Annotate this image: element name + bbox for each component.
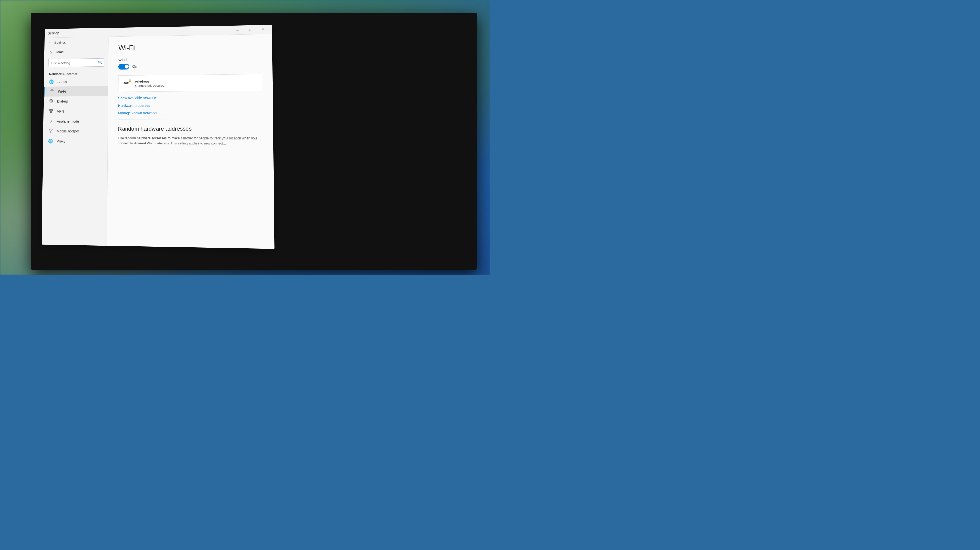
sidebar-item-status[interactable]: 🌐 Status [44, 76, 108, 87]
network-icon-area: 🔒 [123, 79, 132, 88]
search-icon: 🔍 [98, 60, 102, 64]
main-content: Wi-Fi Wi-Fi On 🔒 [107, 34, 275, 249]
manage-known-networks-link[interactable]: Manage known networks [118, 111, 262, 115]
title-bar-left: Settings [48, 31, 59, 35]
show-available-networks-link[interactable]: Show available networks [118, 95, 262, 100]
search-input[interactable] [48, 58, 104, 68]
sidebar-item-proxy[interactable]: 🌐 Proxy [43, 136, 108, 146]
proxy-label: Proxy [57, 139, 65, 143]
sidebar-section-header: Network & Internet [44, 68, 108, 77]
window-body: ← Settings ⌂ Home 🔍 Network & Internet 🌐… [42, 34, 274, 249]
network-status: Connected, secured [135, 84, 164, 88]
wifi-signal-icon [123, 80, 130, 88]
maximize-button[interactable]: □ [244, 25, 256, 34]
network-info: wireless Connected, secured [135, 79, 164, 88]
sidebar-item-home[interactable]: ⌂ Home [45, 47, 108, 57]
close-button[interactable]: ✕ [257, 25, 269, 34]
random-hw-section-title: Random hardware addresses [118, 125, 262, 132]
wifi-toggle-label: Wi-Fi [118, 56, 262, 62]
vpn-icon [49, 109, 53, 114]
hardware-properties-link[interactable]: Hardware properties [118, 103, 262, 108]
sidebar-item-hotspot[interactable]: Mobile hotspot [43, 126, 108, 136]
wifi-nav-label: Wi-Fi [58, 89, 66, 94]
svg-point-1 [49, 109, 51, 111]
toggle-on-text: On [132, 64, 137, 68]
home-icon: ⌂ [49, 50, 52, 54]
wifi-nav-icon [49, 89, 54, 94]
connected-network-card: 🔒 wireless Connected, secured [118, 74, 262, 92]
minimize-button[interactable]: — [232, 26, 244, 34]
random-hw-section-desc: Use random hardware addresses to make it… [118, 136, 262, 146]
home-label: Home [55, 50, 64, 54]
dialup-icon [49, 99, 53, 104]
sidebar-item-airplane[interactable]: ✈ Airplane mode [43, 116, 108, 126]
vpn-label: VPN [57, 109, 64, 114]
sidebar-item-dialup[interactable]: Dial-up [44, 96, 108, 106]
wifi-toggle-switch[interactable] [118, 64, 129, 70]
title-bar-controls: — □ ✕ [232, 25, 269, 34]
toggle-knob [124, 65, 129, 69]
settings-window: Settings — □ ✕ ← Settings ⌂ Home 🔍 [42, 25, 274, 249]
toggle-row: On [118, 62, 262, 69]
proxy-icon: 🌐 [48, 139, 53, 144]
status-label: Status [57, 79, 67, 84]
window-title: Settings [48, 31, 59, 35]
network-name: wireless [135, 79, 164, 84]
sidebar-settings-label: Settings [54, 41, 66, 44]
sidebar: ← Settings ⌂ Home 🔍 Network & Internet 🌐… [42, 37, 109, 246]
svg-point-2 [51, 109, 52, 111]
search-box: 🔍 [48, 58, 104, 68]
airplane-icon: ✈ [48, 119, 53, 124]
hotspot-icon [48, 129, 53, 134]
wifi-toggle-section: Wi-Fi On [118, 56, 262, 69]
sidebar-item-vpn[interactable]: VPN [43, 106, 108, 116]
hotspot-label: Mobile hotspot [57, 129, 79, 133]
back-arrow-icon: ← [49, 41, 52, 45]
status-icon: 🌐 [49, 79, 54, 84]
sidebar-item-wifi[interactable]: Wi-Fi [44, 86, 108, 97]
airplane-label: Airplane mode [57, 119, 79, 124]
page-title: Wi-Fi [118, 42, 262, 52]
section-divider [118, 119, 262, 120]
dialup-label: Dial-up [57, 100, 68, 103]
sidebar-back-nav[interactable]: ← Settings [45, 37, 108, 48]
